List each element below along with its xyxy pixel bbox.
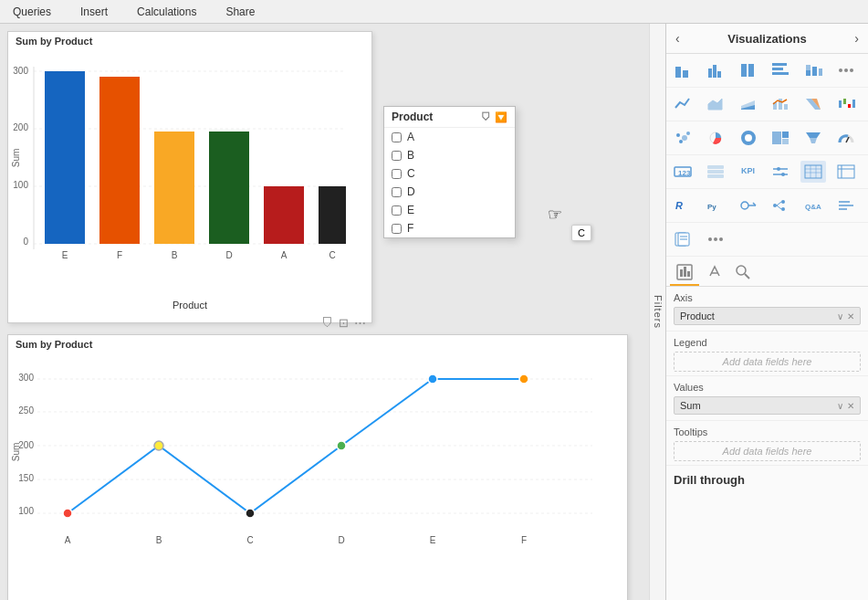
tooltips-placeholder[interactable]: Add data fields here [674,441,861,461]
menu-insert[interactable]: Insert [75,4,113,20]
svg-rect-37 [717,71,721,78]
viz-clustered-bar[interactable] [703,59,728,81]
line-chart-svg: 300 250 200 150 100 [8,352,615,598]
menu-share[interactable]: Share [220,4,260,20]
viz-more2[interactable] [703,228,728,250]
point-B[interactable] [154,441,163,450]
viz-key-influencer[interactable] [736,195,761,216]
bar-A[interactable] [264,186,304,244]
viz-paginated[interactable] [670,228,695,250]
svg-rect-35 [708,68,712,78]
svg-text:Py: Py [707,203,716,211]
svg-text:300: 300 [13,66,28,76]
svg-rect-59 [852,100,855,108]
filter-item-C: C [384,164,515,183]
panel-arrow-forward[interactable]: › [854,31,859,46]
svg-point-109 [708,237,712,241]
svg-text:Q&A: Q&A [805,203,821,211]
viz-more1[interactable] [833,59,859,81]
panel-header: ‹ Visualizations › [666,24,868,54]
viz-line-bar[interactable] [768,93,793,115]
filter-checkbox-C[interactable] [392,169,402,179]
viz-ribbon[interactable] [800,93,826,115]
values-remove-icon[interactable]: ✕ [847,401,854,411]
viz-matrix[interactable] [833,161,859,183]
bar-C[interactable] [319,186,346,244]
viz-decomp-tree[interactable] [768,195,793,216]
filter-checkbox-D[interactable] [392,187,402,197]
viz-donut[interactable] [736,127,761,149]
viz-python[interactable]: Py [703,195,728,216]
viz-scatter[interactable] [670,127,695,149]
viz-area[interactable] [703,93,728,115]
viz-smart-narrative[interactable] [833,195,859,216]
filter-header-icons: ⛉ 🔽 [481,111,507,123]
filter-checkbox-A[interactable] [392,132,402,142]
filter-checkbox-E[interactable] [392,205,402,216]
menu-calculations[interactable]: Calculations [131,4,202,20]
svg-text:E: E [430,535,436,545]
menu-queries[interactable]: Queries [7,4,57,20]
viz-bar-chart[interactable] [768,59,793,81]
filter-icon[interactable]: ⛉ [321,316,333,330]
axis-section: Axis Product ∨ ✕ [666,287,868,332]
svg-text:200: 200 [13,122,28,132]
bar-D[interactable] [209,132,249,244]
viz-card[interactable]: 123 [670,161,695,183]
build-visual-tab[interactable] [670,260,699,286]
filter-checkbox-B[interactable] [392,151,402,161]
svg-rect-38 [741,64,747,77]
svg-rect-76 [707,170,724,174]
viz-treemap[interactable] [768,127,793,149]
analytics-tab[interactable] [728,260,758,286]
values-field-value: Sum [680,400,701,411]
viz-waterfall[interactable] [833,93,859,115]
point-E[interactable] [428,374,437,384]
filter-icon-small[interactable]: ⛉ [481,111,491,123]
more-options-icon[interactable]: ⋯ [354,316,366,330]
viz-funnel[interactable] [800,127,826,149]
svg-rect-42 [772,63,787,66]
viz-pie[interactable] [703,127,728,149]
viz-qa[interactable]: Q&A [800,195,826,216]
filter-checkbox-F[interactable] [392,224,402,234]
point-C[interactable] [246,509,255,518]
filter-expand-icon[interactable]: 🔽 [495,111,507,123]
axis-field-chip[interactable]: Product ∨ ✕ [674,307,861,325]
viz-r[interactable]: R [670,195,695,216]
viz-table[interactable] [800,161,826,183]
viz-slicer[interactable] [768,161,793,183]
axis-expand-icon[interactable]: ∨ [837,311,843,321]
point-D[interactable] [337,441,346,450]
point-A[interactable] [63,509,72,518]
viz-icons-grid-6 [666,223,868,257]
filter-label-E: E [407,204,414,216]
main-area: Sum by Product 300 200 100 0 [0,24,868,600]
point-F[interactable] [519,374,528,384]
bar-F[interactable] [99,77,140,244]
viz-line[interactable] [670,93,695,115]
svg-rect-40 [772,72,789,75]
format-visual-tab[interactable] [699,260,728,286]
axis-chip-icons: ∨ ✕ [837,311,854,321]
expand-icon[interactable]: ⊡ [339,316,349,330]
svg-point-117 [737,266,746,275]
viz-stacked-col[interactable] [800,59,826,81]
bar-B[interactable] [154,132,194,244]
viz-stacked-bar-100[interactable] [736,59,761,81]
viz-gauge[interactable] [833,127,859,149]
axis-remove-icon[interactable]: ✕ [847,311,854,321]
viz-stacked-area[interactable] [736,93,761,115]
filter-item-A: A [384,128,515,146]
values-chip-icons: ∨ ✕ [837,401,854,411]
panel-arrow-back[interactable]: ‹ [675,31,680,46]
svg-rect-83 [805,165,821,178]
viz-kpi[interactable]: KPI [736,161,761,183]
bar-E[interactable] [45,71,85,244]
viz-multirow-card[interactable] [703,161,728,183]
viz-stacked-bar[interactable] [670,59,695,81]
legend-placeholder[interactable]: Add data fields here [674,352,861,372]
values-expand-icon[interactable]: ∨ [837,401,843,411]
values-field-chip[interactable]: Sum ∨ ✕ [674,396,861,415]
axis-label: Axis [674,292,861,303]
